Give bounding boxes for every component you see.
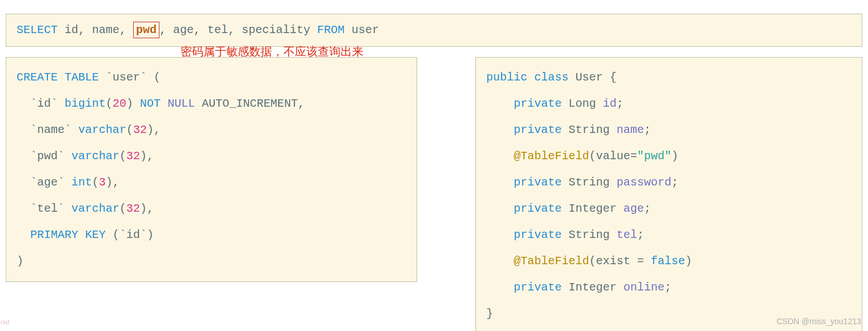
val-false: false bbox=[651, 255, 685, 268]
col-tel: `tel` bbox=[30, 202, 65, 215]
sql-cols-post: , age, tel, speciality bbox=[159, 23, 317, 37]
sql-table-name: user bbox=[345, 23, 379, 37]
type-string2: String bbox=[569, 176, 610, 189]
primary-kw: PRIMARY bbox=[30, 228, 78, 241]
sql-select-box: SELECT id, name, pwd, age, tel, speciali… bbox=[6, 14, 862, 47]
class-name: User bbox=[575, 71, 603, 84]
type-bigint: bigint bbox=[65, 97, 106, 110]
num-3: 3 bbox=[99, 176, 106, 189]
field-online: online bbox=[623, 281, 665, 294]
table-kw: TABLE bbox=[65, 71, 99, 84]
open-brace: { bbox=[610, 71, 617, 84]
public-kw: public bbox=[486, 71, 527, 84]
java-class-box: public class User { private Long id; pri… bbox=[475, 57, 862, 331]
pwd-highlight: pwd bbox=[133, 22, 159, 38]
type-varchar2: varchar bbox=[71, 150, 119, 163]
null-kw: NULL bbox=[167, 97, 195, 110]
private-kw4: private bbox=[514, 202, 562, 215]
create-table-box: CREATE TABLE `user` ( `id` bigint(20) NO… bbox=[6, 57, 417, 282]
type-int: int bbox=[71, 176, 92, 189]
field-password: password bbox=[617, 176, 671, 189]
type-integer2: Integer bbox=[569, 281, 617, 294]
not-kw: NOT bbox=[140, 97, 161, 110]
type-long: Long bbox=[569, 97, 596, 110]
field-tel: tel bbox=[617, 228, 637, 241]
close-brace: } bbox=[486, 307, 493, 320]
col-pwd: `pwd` bbox=[30, 150, 65, 163]
type-string3: String bbox=[569, 228, 610, 241]
num-32c: 32 bbox=[126, 202, 140, 215]
side-text: rsd bbox=[1, 317, 9, 328]
type-varchar: varchar bbox=[78, 123, 126, 136]
class-kw: class bbox=[534, 71, 569, 84]
col-age: `age` bbox=[30, 176, 65, 189]
type-integer: Integer bbox=[569, 202, 617, 215]
close-paren: ) bbox=[17, 255, 23, 268]
col-name: `name` bbox=[30, 123, 71, 136]
open-paren: ( bbox=[147, 71, 161, 84]
sql-from-keyword: FROM bbox=[317, 23, 345, 37]
auto-inc: AUTO_INCREMENT bbox=[202, 97, 298, 110]
type-string: String bbox=[569, 123, 610, 136]
attr-exist: exist bbox=[596, 255, 630, 268]
create-kw: CREATE bbox=[17, 71, 58, 84]
type-varchar3: varchar bbox=[71, 202, 119, 215]
col-id: `id` bbox=[30, 97, 58, 110]
table-name: `user` bbox=[106, 71, 147, 84]
tablefield-anno2: @TableField bbox=[514, 255, 589, 268]
pk-col: (`id`) bbox=[113, 228, 154, 241]
sql-cols-pre: id, name, bbox=[58, 23, 133, 37]
attr-value: value bbox=[596, 150, 630, 163]
val-pwd: "pwd" bbox=[637, 150, 671, 163]
private-kw5: private bbox=[514, 228, 562, 241]
private-kw3: private bbox=[514, 176, 562, 189]
num-32b: 32 bbox=[126, 150, 140, 163]
field-name: name bbox=[617, 123, 644, 136]
num-20: 20 bbox=[113, 97, 126, 110]
field-age: age bbox=[623, 202, 644, 215]
num-32a: 32 bbox=[133, 123, 147, 136]
key-kw: KEY bbox=[85, 228, 106, 241]
sql-select-keyword: SELECT bbox=[17, 23, 58, 37]
private-kw6: private bbox=[514, 281, 562, 294]
field-id: id bbox=[603, 97, 617, 110]
csdn-watermark: CSDN @miss_you1213 bbox=[777, 315, 861, 328]
private-kw: private bbox=[514, 97, 562, 110]
private-kw2: private bbox=[514, 123, 562, 136]
tablefield-anno1: @TableField bbox=[514, 150, 589, 163]
